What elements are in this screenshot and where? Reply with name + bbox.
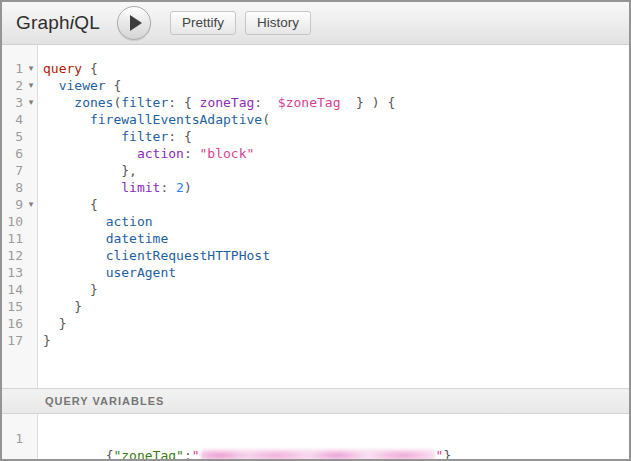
fold-spacer — [25, 315, 37, 332]
line-number: 12 — [2, 247, 25, 264]
open-quote: " — [192, 448, 200, 459]
query-code-pane[interactable]: query { viewer { zones(filter: { zoneTag… — [38, 45, 629, 388]
gutter-row: 17 — [2, 332, 37, 349]
code-line: firewallEventsAdaptive( — [43, 111, 629, 128]
fold-spacer — [25, 298, 37, 315]
code-line: } — [43, 281, 629, 298]
lint-error-squiggle: } — [443, 448, 451, 459]
code-line: } — [43, 332, 629, 349]
gutter-row: 8 — [2, 179, 37, 196]
graphiql-window: GraphiQL Prettify History 1▾2▾3▾456789▾1… — [0, 0, 631, 461]
play-icon — [130, 15, 142, 31]
fold-spacer — [25, 111, 37, 128]
execute-query-button[interactable] — [117, 6, 151, 40]
code-line: action — [43, 213, 629, 230]
line-number: 2 — [2, 77, 25, 94]
code-line: query { — [43, 60, 629, 77]
line-number: 1 — [2, 60, 25, 77]
code-line: { — [43, 196, 629, 213]
gutter-row: 11 — [2, 230, 37, 247]
line-number: 8 — [2, 179, 25, 196]
line-number: 6 — [2, 145, 25, 162]
query-editor: 1▾2▾3▾456789▾1011121314151617 query { vi… — [2, 45, 629, 388]
gutter-row: 10 — [2, 213, 37, 230]
fold-spacer — [25, 430, 37, 447]
gutter-row: 3▾ — [2, 94, 37, 111]
redacted-zone-tag-value — [201, 449, 435, 459]
gutter-row: 12 — [2, 247, 37, 264]
fold-spacer — [25, 162, 37, 179]
fold-spacer — [25, 281, 37, 298]
fold-spacer — [25, 332, 37, 349]
graphiql-logo: GraphiQL — [16, 12, 100, 34]
fold-spacer — [25, 179, 37, 196]
code-line: userAgent — [43, 264, 629, 281]
line-number: 9 — [2, 196, 25, 213]
gutter-row: 7 — [2, 162, 37, 179]
fold-spacer — [25, 145, 37, 162]
toolbar: GraphiQL Prettify History — [2, 2, 629, 45]
history-button[interactable]: History — [245, 11, 311, 35]
fold-spacer — [25, 213, 37, 230]
line-number: 10 — [2, 213, 25, 230]
close-brace: } — [443, 448, 451, 459]
line-number: 16 — [2, 315, 25, 332]
code-line: } — [43, 298, 629, 315]
variables-line: {"zoneTag":""} — [43, 430, 629, 447]
line-number: 3 — [2, 94, 25, 111]
fold-arrow-icon[interactable]: ▾ — [25, 77, 37, 94]
variables-code-pane[interactable]: {"zoneTag":""} — [38, 414, 629, 459]
code-line: }, — [43, 162, 629, 179]
line-number: 15 — [2, 298, 25, 315]
code-line: viewer { — [43, 77, 629, 94]
gutter-row: 15 — [2, 298, 37, 315]
line-number: 7 — [2, 162, 25, 179]
fold-arrow-icon[interactable]: ▾ — [25, 196, 37, 213]
line-number: 1 — [2, 430, 25, 447]
query-gutter-rows: 1▾2▾3▾456789▾1011121314151617 — [2, 60, 37, 349]
code-line: clientRequestHTTPHost — [43, 247, 629, 264]
gutter-row: 9▾ — [2, 196, 37, 213]
line-number: 11 — [2, 230, 25, 247]
query-variables-header[interactable]: QUERY VARIABLES — [2, 388, 629, 414]
gutter-row: 5 — [2, 128, 37, 145]
variables-gutter: 1 — [2, 414, 38, 459]
code-line: filter: { — [43, 128, 629, 145]
fold-spacer — [25, 264, 37, 281]
logo-text-ql: QL — [74, 12, 100, 33]
zone-tag-key: "zoneTag" — [113, 448, 183, 459]
line-number: 4 — [2, 111, 25, 128]
fold-spacer — [25, 230, 37, 247]
query-gutter: 1▾2▾3▾456789▾1011121314151617 — [2, 45, 38, 388]
code-line: zones(filter: { zoneTag: $zoneTag } ) { — [43, 94, 629, 111]
gutter-row: 2▾ — [2, 77, 37, 94]
code-line: action: "block" — [43, 145, 629, 162]
gutter-row: 16 — [2, 315, 37, 332]
line-number: 17 — [2, 332, 25, 349]
line-number: 5 — [2, 128, 25, 145]
code-line: datetime — [43, 230, 629, 247]
lint-error-squiggle: {"zoneTag" — [106, 448, 184, 459]
gutter-row: 14 — [2, 281, 37, 298]
fold-arrow-icon[interactable]: ▾ — [25, 94, 37, 111]
gutter-row: 1 — [2, 430, 37, 447]
code-line: limit: 2) — [43, 179, 629, 196]
colon: : — [184, 448, 192, 459]
logo-text: Graph — [16, 12, 70, 33]
query-variables-editor: 1 {"zoneTag":""} — [2, 414, 629, 459]
fold-arrow-icon[interactable]: ▾ — [25, 60, 37, 77]
gutter-row: 4 — [2, 111, 37, 128]
code-line: } — [43, 315, 629, 332]
query-code-lines: query { viewer { zones(filter: { zoneTag… — [43, 60, 629, 349]
fold-spacer — [25, 128, 37, 145]
prettify-button[interactable]: Prettify — [170, 11, 236, 35]
fold-spacer — [25, 247, 37, 264]
line-number: 14 — [2, 281, 25, 298]
gutter-row: 13 — [2, 264, 37, 281]
gutter-row: 6 — [2, 145, 37, 162]
gutter-row: 1▾ — [2, 60, 37, 77]
line-number: 13 — [2, 264, 25, 281]
